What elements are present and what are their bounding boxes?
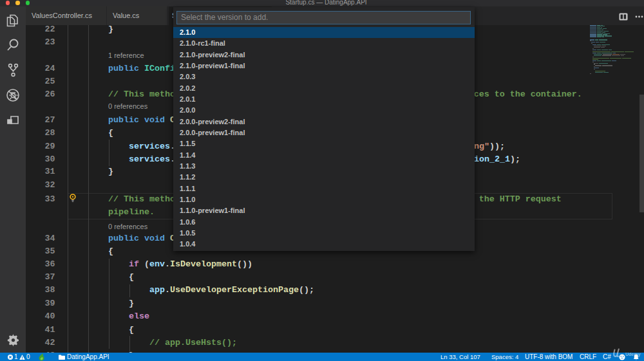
svg-text:Udemy: Udemy: [625, 352, 640, 357]
